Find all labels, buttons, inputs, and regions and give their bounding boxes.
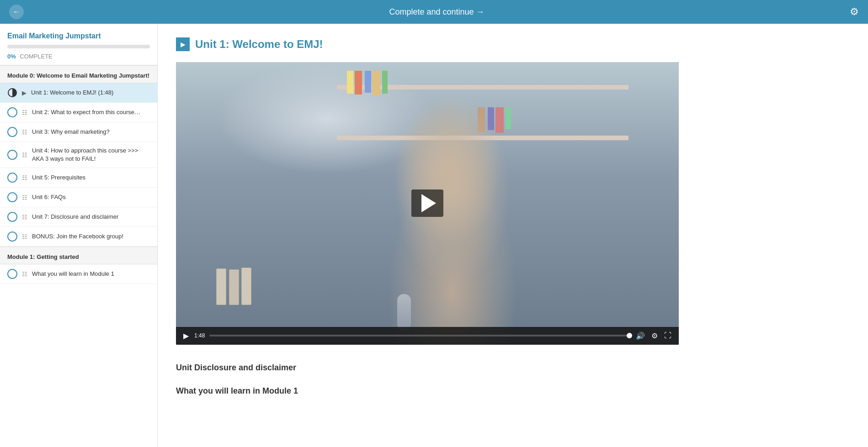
binder3	[241, 268, 251, 305]
gear-icon: ⚙	[850, 6, 859, 17]
unit7-status-icon	[7, 212, 17, 222]
unit7-label: Unit 7: Disclosure and disclaimer	[32, 213, 118, 221]
unit2-doc-icon: ☷	[22, 109, 27, 116]
sidebar-item-unit5[interactable]: ☷ Unit 5: Prerequisites	[0, 168, 157, 188]
unit5-label: Unit 5: Prerequisites	[32, 174, 85, 182]
play-icon: ▶	[181, 41, 186, 48]
back-button[interactable]: ←	[9, 5, 24, 19]
sidebar-scroll[interactable]: Module 0: Welcome to Email Marketing Jum…	[0, 65, 157, 447]
video-progress-track[interactable]	[209, 335, 630, 337]
back-icon: ←	[13, 8, 20, 16]
m1u1-doc-icon: ☷	[22, 271, 27, 278]
main-layout: Email Marketing Jumpstart 0% COMPLETE Mo…	[0, 24, 868, 447]
m1u1-status-icon	[7, 269, 17, 279]
unit6-status-icon	[7, 192, 17, 202]
unit5-doc-icon: ☷	[22, 174, 27, 181]
unit-title: Unit 1: Welcome to EMJ!	[195, 38, 323, 51]
unit3-label: Unit 3: Why email marketing?	[32, 128, 110, 136]
video-play-pause-button[interactable]: ▶	[182, 331, 190, 341]
sidebar: Email Marketing Jumpstart 0% COMPLETE Mo…	[0, 24, 158, 447]
video-play-button[interactable]	[411, 189, 443, 217]
video-settings-button[interactable]: ⚙	[650, 331, 659, 341]
video-right-controls: 🔊 ⚙ ⛶	[635, 331, 672, 341]
unit1-status-icon	[7, 88, 17, 98]
module0-header: Module 0: Welcome to Email Marketing Jum…	[0, 65, 157, 83]
unit3-status-icon	[7, 127, 17, 137]
video-controls-bar: ▶ 1:48 🔊 ⚙ ⛶	[176, 327, 679, 345]
video-gear-icon: ⚙	[651, 331, 658, 340]
play-triangle-icon	[421, 194, 436, 212]
play-pause-icon: ▶	[183, 331, 189, 340]
sidebar-item-unit6[interactable]: ☷ Unit 6: FAQs	[0, 188, 157, 207]
video-volume-button[interactable]: 🔊	[635, 331, 646, 341]
volume-icon: 🔊	[636, 331, 645, 340]
topbar: ← Complete and continue → ⚙	[0, 0, 868, 24]
bonus-doc-icon: ☷	[22, 233, 27, 240]
unit4-label: Unit 4: How to approach this course >>> …	[32, 147, 150, 163]
settings-button[interactable]: ⚙	[850, 6, 859, 18]
unit5-status-icon	[7, 173, 17, 183]
video-time: 1:48	[194, 332, 205, 339]
video-progress-dot	[627, 333, 632, 338]
unit1-label: Unit 1: Welcome to EMJ! (1:48)	[31, 89, 113, 97]
sidebar-item-unit7[interactable]: ☷ Unit 7: Disclosure and disclaimer	[0, 207, 157, 227]
unit6-label: Unit 6: FAQs	[32, 193, 66, 201]
unit4-doc-icon: ☷	[22, 152, 27, 158]
sidebar-item-unit1[interactable]: ▶ Unit 1: Welcome to EMJ! (1:48)	[0, 83, 157, 103]
sidebar-item-unit3[interactable]: ☷ Unit 3: Why email marketing?	[0, 122, 157, 142]
module1-header: Module 1: Getting started	[0, 247, 157, 264]
unit7-doc-icon: ☷	[22, 214, 27, 221]
unit2-label: Unit 2: What to expect from this course…	[32, 108, 140, 116]
sidebar-item-bonus[interactable]: ☷ BONUS: Join the Facebook group!	[0, 227, 157, 247]
course-title: Email Marketing Jumpstart	[7, 32, 150, 40]
topbar-left: ←	[9, 5, 24, 19]
sidebar-item-unit2[interactable]: ☷ Unit 2: What to expect from this cours…	[0, 103, 157, 122]
sidebar-item-unit4[interactable]: ☷ Unit 4: How to approach this course >>…	[0, 142, 157, 168]
sidebar-header: Email Marketing Jumpstart 0% COMPLETE	[0, 24, 157, 65]
unit1-video-icon: ▶	[22, 89, 27, 96]
progress-bar-container	[7, 45, 150, 48]
binder1	[216, 268, 226, 305]
unit-heading: ▶ Unit 1: Welcome to EMJ!	[176, 37, 850, 51]
unit6-doc-icon: ☷	[22, 194, 27, 201]
complete-continue-button[interactable]: Complete and continue →	[389, 7, 484, 17]
binder2	[229, 269, 239, 305]
sidebar-item-module1-unit1[interactable]: ☷ What you will learn in Module 1	[0, 264, 157, 284]
content-area: ▶ Unit 1: Welcome to EMJ!	[158, 24, 868, 447]
unit4-status-icon	[7, 150, 17, 160]
progress-row: 0% COMPLETE	[7, 52, 150, 60]
microphone	[397, 294, 411, 331]
video-thumbnail	[176, 62, 679, 345]
unit-type-icon: ▶	[176, 37, 190, 51]
learn-section: What you will learn in Module 1	[176, 386, 850, 396]
disclosure-title: Unit Disclosure and disclaimer	[176, 363, 850, 373]
learn-title: What you will learn in Module 1	[176, 386, 850, 396]
video-fullscreen-button[interactable]: ⛶	[663, 331, 672, 341]
bonus-status-icon	[7, 231, 17, 242]
bonus-label: BONUS: Join the Facebook group!	[32, 232, 123, 241]
below-video-content: Unit Disclosure and disclaimer What you …	[176, 363, 850, 396]
progress-label: COMPLETE	[20, 53, 53, 60]
m1u1-label: What you will learn in Module 1	[32, 270, 114, 278]
unit2-status-icon	[7, 107, 17, 117]
video-player: ▶ 1:48 🔊 ⚙ ⛶	[176, 62, 679, 345]
progress-percent: 0%	[7, 53, 16, 60]
unit3-doc-icon: ☷	[22, 129, 27, 136]
disclosure-section: Unit Disclosure and disclaimer	[176, 363, 850, 373]
fullscreen-icon: ⛶	[664, 331, 671, 340]
topbar-center: Complete and continue →	[389, 7, 484, 17]
person-silhouette	[327, 76, 578, 345]
